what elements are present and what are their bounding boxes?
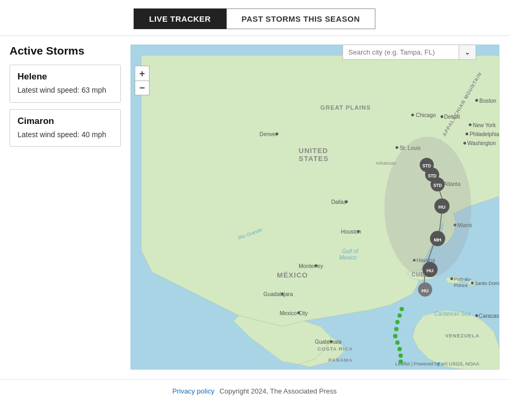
sidebar-title: Active Storms <box>10 44 121 57</box>
label-costa-rica: COSTA RICA <box>318 346 353 352</box>
label-chicago: Chicago <box>416 112 436 118</box>
label-port-au-prince: Port-au- <box>454 276 471 282</box>
marker-hu-1: HU <box>438 204 446 210</box>
dot-boston <box>475 99 478 102</box>
tab-live-tracker[interactable]: LIVE TRACKER <box>134 8 226 29</box>
map-attribution-esri: Esri <box>437 361 446 367</box>
forecast-dot-6 <box>395 341 399 345</box>
storm-wind-cimaron: Latest wind speed: 40 mph <box>17 130 113 140</box>
header: LIVE TRACKER PAST STORMS THIS SEASON <box>0 0 509 36</box>
map-container: ⌄ + − <box>130 44 499 370</box>
label-philadelphia: Philadelphia <box>470 131 499 137</box>
dot-chicago <box>411 113 414 116</box>
label-mexico-city: Mexico City <box>279 310 308 316</box>
dot-new-york <box>469 123 471 126</box>
storm-name-helene: Helene <box>17 72 113 82</box>
label-united-states-2: STATES <box>299 155 329 163</box>
storm-cone <box>384 137 471 278</box>
label-port-au-prince-2: Prince <box>454 283 468 288</box>
label-mexico: MÉXICO <box>277 271 308 279</box>
label-venezuela: VENEZUELA <box>445 333 480 338</box>
map-svg: GREAT PLAINS UNITED STATES APPALACHIAN M… <box>130 44 499 370</box>
label-great-plains: GREAT PLAINS <box>320 104 371 111</box>
storm-card-cimaron: Cimaron Latest wind speed: 40 mph <box>10 109 121 147</box>
label-washington: Washington <box>468 140 496 146</box>
label-united-states: UNITED <box>299 147 328 155</box>
map-svg-wrapper: + − <box>130 44 499 370</box>
label-denver: Denver <box>260 131 278 137</box>
label-gulf-mexico-2: Mexico <box>339 255 357 261</box>
zoom-controls: + − <box>135 66 150 95</box>
label-monterrey: Monterrey <box>299 263 323 269</box>
dot-washington <box>463 142 466 145</box>
label-new-york: New York <box>473 122 496 128</box>
label-dallas: Dallas <box>331 199 346 205</box>
forecast-dot-5 <box>393 334 397 338</box>
map-dropdown-button[interactable]: ⌄ <box>459 44 476 60</box>
map-attribution-text: Leaflet | Powered by <box>395 361 440 367</box>
forecast-dot-8 <box>399 353 403 358</box>
footer-copyright: Copyright 2024, The Associated Press <box>220 387 337 395</box>
dot-stlouis <box>396 146 398 149</box>
dot-philadelphia <box>466 132 468 135</box>
forecast-dot-3 <box>395 320 399 324</box>
label-guadalajara: Guadalajara <box>264 291 293 297</box>
map-search-input[interactable] <box>343 44 459 60</box>
forecast-dot-4 <box>394 327 398 331</box>
zoom-in-button[interactable]: + <box>135 66 150 81</box>
marker-hu-3: HU <box>422 288 429 293</box>
label-boston: Boston <box>479 98 496 104</box>
forecast-dot-7 <box>398 347 402 351</box>
map-attribution-agencies: | USGS, NOAA <box>446 361 480 367</box>
label-santo-domingo: Santo Domingo <box>475 281 499 286</box>
zoom-out-button[interactable]: − <box>135 81 150 95</box>
label-detroit: Detroit <box>444 114 460 120</box>
label-houston: Houston <box>341 229 361 235</box>
storm-name-cimaron: Cimaron <box>17 116 113 127</box>
forecast-dot-1 <box>400 307 404 311</box>
dot-detroit <box>441 115 443 118</box>
forecast-dot-2 <box>398 314 402 318</box>
label-caracas: Caracas <box>479 313 499 319</box>
label-panama: PANAMA <box>329 358 353 363</box>
dot-caracas <box>475 314 478 317</box>
label-caribbean: Caribbean Sea <box>434 311 470 317</box>
sidebar: Active Storms Helene Latest wind speed: … <box>10 44 121 370</box>
footer: Privacy policy Copyright 2024, The Assoc… <box>0 379 509 400</box>
marker-std-3: STD <box>433 183 442 188</box>
storm-card-helene: Helene Latest wind speed: 63 mph <box>10 65 121 103</box>
label-gulf-mexico: Gulf of <box>342 248 358 254</box>
marker-hu-2: HU <box>426 268 434 273</box>
marker-std-1: STD <box>423 164 431 168</box>
storm-wind-helene: Latest wind speed: 63 mph <box>17 85 113 96</box>
dot-port-au-prince <box>450 278 453 280</box>
main-content: Active Storms Helene Latest wind speed: … <box>0 36 509 375</box>
tab-past-storms[interactable]: PAST STORMS THIS SEASON <box>226 8 375 29</box>
marker-mh: MH <box>434 237 442 243</box>
map-search-bar: ⌄ <box>343 44 476 60</box>
privacy-policy-link[interactable]: Privacy policy <box>172 387 214 395</box>
marker-std-2: STD <box>428 174 436 178</box>
label-guatemala: Guatemala <box>315 339 341 345</box>
dot-santo-domingo <box>471 282 473 284</box>
